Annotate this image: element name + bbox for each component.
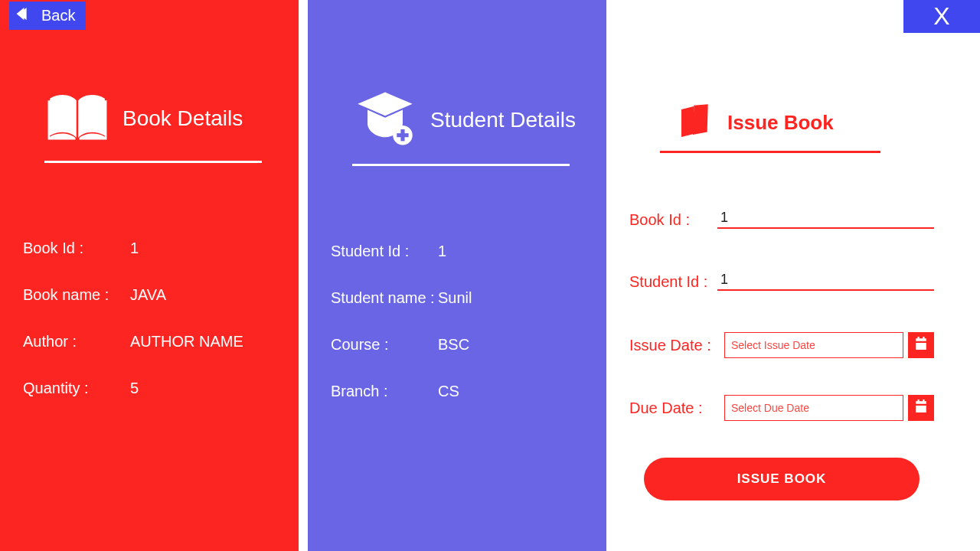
student-id-value: 1 [438,243,446,260]
back-arrow-icon [15,6,35,25]
book-details-panel: Book Details Book Id : 1 Book name : JAV… [0,0,299,551]
issue-date-label: Issue Date : [629,337,724,354]
issue-studentid-label: Student Id : [629,273,717,291]
student-course-label: Course : [331,336,438,354]
issue-book-button[interactable]: ISSUE BOOK [644,458,920,500]
close-icon: X [933,2,949,31]
due-date-picker-button[interactable] [908,395,934,421]
close-button[interactable]: X [903,0,980,33]
book-qty-label: Quantity : [23,380,130,397]
due-date-input[interactable] [724,395,903,421]
svg-rect-2 [397,133,408,137]
open-book-icon [46,90,109,147]
student-add-icon [354,90,416,150]
student-details-panel: Student Details Student Id : 1 Student n… [308,0,606,551]
book-author-value: AUTHOR NAME [130,333,243,350]
back-button[interactable]: Back [9,2,86,30]
issue-book-panel: Issue Book Book Id : Student Id : Issue … [606,0,980,551]
student-name-value: Sunil [438,289,472,307]
book-name-label: Book name : [23,286,130,304]
issue-studentid-input[interactable] [717,270,934,291]
book-details-title: Book Details [122,106,243,131]
issue-bookid-label: Book Id : [629,211,717,229]
issue-date-picker-button[interactable] [908,332,934,358]
issue-bookid-input[interactable] [717,208,934,229]
due-date-label: Due Date : [629,399,724,417]
books-icon [677,103,714,142]
student-name-label: Student name : [331,289,438,307]
student-id-label: Student Id : [331,243,438,260]
calendar-icon [914,337,928,354]
student-details-title: Student Details [430,108,576,132]
book-author-label: Author : [23,333,130,350]
issue-date-input[interactable] [724,332,903,358]
book-name-value: JAVA [130,286,166,304]
calendar-icon [914,399,928,416]
book-id-value: 1 [130,240,139,257]
book-qty-value: 5 [130,380,139,397]
issue-book-title: Issue Book [727,111,834,135]
divider [44,161,262,163]
divider [660,151,880,153]
divider [352,164,570,166]
student-branch-value: CS [438,383,459,400]
student-course-value: BSC [438,336,469,354]
book-id-label: Book Id : [23,240,130,257]
student-branch-label: Branch : [331,383,438,400]
back-label: Back [41,7,75,24]
